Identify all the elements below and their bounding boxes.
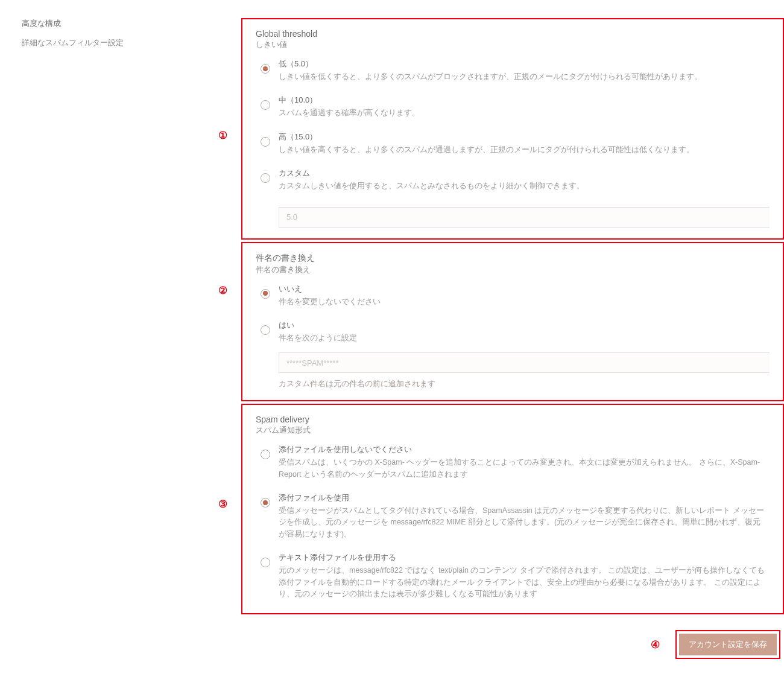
radio-icon[interactable] [261,64,270,74]
radio-icon[interactable] [261,498,270,508]
panel-spam-delivery: ③ Spam delivery スパム通知形式 添付ファイルを使用しないでくださ… [241,404,784,614]
threshold-title: Global threshold [256,29,770,39]
sidebar-subtitle: 詳細なスパムフィルター設定 [22,37,241,48]
subject-yes-desc: 件名を次のように設定 [279,333,767,344]
save-button[interactable]: アカウント設定を保存 [679,634,777,655]
threshold-subtitle: しきい値 [256,40,770,50]
annotation-3: ③ [218,498,227,511]
radio-icon[interactable] [261,558,270,567]
annotation-4: ④ [651,638,660,651]
threshold-option-custom[interactable]: カスタム カスタムしきい値を使用すると、スパムとみなされるものをより細かく制御で… [256,168,770,192]
annotation-1: ① [218,129,227,142]
save-button-outline: アカウント設定を保存 [675,630,780,659]
threshold-mid-desc: スパムを通過する確率が高くなります。 [279,107,767,119]
subject-subtitle: 件名の書き換え [256,265,770,275]
delivery-noattach-label: 添付ファイルを使用しないでください [279,444,767,455]
subject-title: 件名の書き換え [256,253,770,264]
subject-no-label: いいえ [279,284,767,294]
panel-subject-rewrite: ② 件名の書き換え 件名の書き換え いいえ 件名を変更しないでください はい 件… [241,242,784,402]
threshold-option-mid[interactable]: 中（10.0） スパムを通過する確率が高くなります。 [256,95,770,119]
subject-note: カスタム件名は元の件名の前に追加されます [256,379,770,389]
sidebar-title: 高度な構成 [22,18,241,29]
delivery-attach-label: 添付ファイルを使用 [279,492,767,503]
radio-icon[interactable] [261,450,270,459]
subject-custom-input[interactable] [279,352,770,373]
subject-no-desc: 件名を変更しないでください [279,296,767,308]
delivery-option-attach[interactable]: 添付ファイルを使用 受信メッセージがスパムとしてタグ付けされている場合、Spam… [256,492,770,540]
radio-icon[interactable] [261,100,270,110]
delivery-text-desc: 元のメッセージは、message/rfc822 ではなく text/plain … [279,565,767,600]
delivery-option-text[interactable]: テキスト添付ファイルを使用する 元のメッセージは、message/rfc822 … [256,552,770,600]
threshold-low-desc: しきい値を低くすると、より多くのスパムがブロックされますが、正規のメールにタグが… [279,71,767,83]
radio-icon[interactable] [261,173,270,183]
sidebar: 高度な構成 詳細なスパムフィルター設定 [0,18,241,48]
panel-global-threshold: ① Global threshold しきい値 低（5.0） しきい値を低くする… [241,18,784,240]
subject-option-yes[interactable]: はい 件名を次のように設定 [256,320,770,344]
threshold-mid-label: 中（10.0） [279,95,767,106]
radio-icon[interactable] [261,137,270,147]
threshold-high-desc: しきい値を高くすると、より多くのスパムが通過しますが、正規のメールにタグが付けら… [279,144,767,156]
threshold-option-high[interactable]: 高（15.0） しきい値を高くすると、より多くのスパムが通過しますが、正規のメー… [256,132,770,156]
delivery-option-noattach[interactable]: 添付ファイルを使用しないでください 受信スパムは、いくつかの X-Spam- ヘ… [256,444,770,480]
save-row: ④ アカウント設定を保存 [241,630,784,659]
subject-yes-label: はい [279,320,767,331]
delivery-attach-desc: 受信メッセージがスパムとしてタグ付けされている場合、SpamAssassin は… [279,505,767,540]
annotation-2: ② [218,284,227,297]
delivery-text-label: テキスト添付ファイルを使用する [279,552,767,563]
main-content: ① Global threshold しきい値 低（5.0） しきい値を低くする… [241,18,784,659]
radio-icon[interactable] [261,325,270,335]
threshold-custom-input[interactable] [279,207,770,228]
delivery-title: Spam delivery [256,415,770,424]
radio-icon[interactable] [261,289,270,299]
delivery-noattach-desc: 受信スパムは、いくつかの X-Spam- ヘッダーを追加することによってのみ変更… [279,457,767,480]
subject-option-no[interactable]: いいえ 件名を変更しないでください [256,284,770,308]
threshold-custom-label: カスタム [279,168,767,179]
threshold-low-label: 低（5.0） [279,59,767,69]
threshold-option-low[interactable]: 低（5.0） しきい値を低くすると、より多くのスパムがブロックされますが、正規の… [256,59,770,83]
threshold-high-label: 高（15.0） [279,132,767,142]
threshold-custom-desc: カスタムしきい値を使用すると、スパムとみなされるものをより細かく制御できます。 [279,180,767,192]
delivery-subtitle: スパム通知形式 [256,425,770,436]
